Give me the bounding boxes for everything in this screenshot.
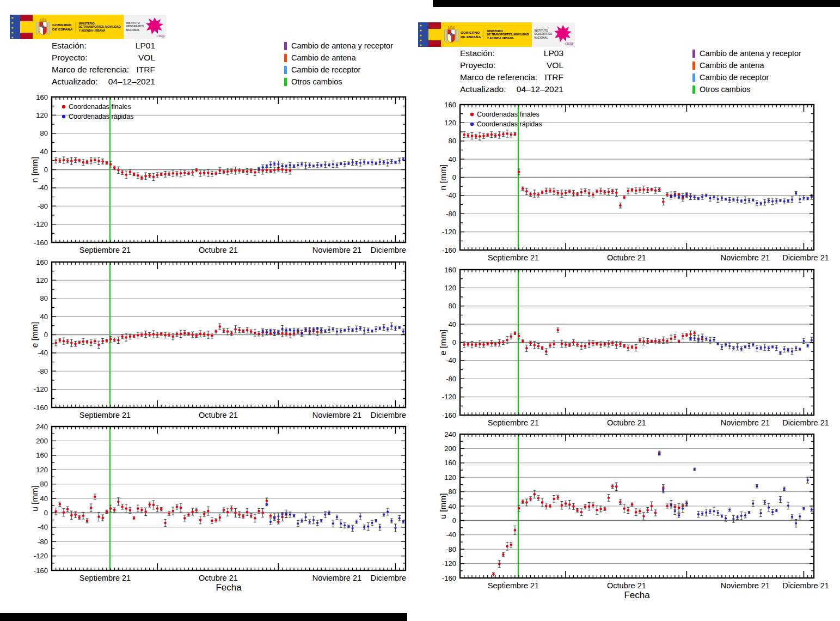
gobierno-espana-logo: ★★★★★ GOBIERNO DE ESPAÑA MINISTERIO DE xyxy=(10,15,167,39)
screenshot-canvas: ★★★★★ GOBIERNO DE ESPAÑA MINISTERIO DE xyxy=(0,0,840,621)
other-changes-color-bar xyxy=(692,86,695,94)
station-value: ITRF xyxy=(137,64,155,76)
station-info-lp03: Estación:LP03 Proyecto:VOL Marco de refe… xyxy=(460,47,563,95)
ign-text: INSTITUTO GEOGRÁFICO NACIONAL xyxy=(126,22,144,32)
station-value: LP03 xyxy=(544,47,563,59)
station-row: Proyecto:VOL xyxy=(460,59,563,71)
x-axis-title-lp01: Fecha xyxy=(52,582,406,593)
ministry-yellow-box: GOBIERNO DE ESPAÑA MINISTERIO DE TRANSPO… xyxy=(441,22,532,47)
legend-item: Cambio de receptor xyxy=(284,64,393,76)
legend-item: Cambio de antena xyxy=(284,52,393,64)
station-value: 04–12–2021 xyxy=(108,76,155,88)
svg-text:★: ★ xyxy=(11,16,14,20)
antenna-change-color-bar xyxy=(284,54,287,62)
station-value: LP01 xyxy=(136,40,155,52)
x-axis-title-lp03: Fecha xyxy=(460,590,814,601)
svg-text:★: ★ xyxy=(419,44,422,47)
antenna-receiver-change-color-bar xyxy=(692,50,695,58)
legend-item: Otros cambios xyxy=(284,76,393,88)
coat-of-arms-icon xyxy=(36,16,50,38)
antenna-receiver-change-color-bar xyxy=(284,42,287,50)
receiver-change-color-bar xyxy=(284,66,287,74)
ign-splash-icon: cnig xyxy=(145,16,164,39)
gobierno-text: GOBIERNO DE ESPAÑA xyxy=(461,31,481,39)
event-legend-lp03: Cambio de antena y receptor Cambio de an… xyxy=(692,47,801,95)
station-row: Estación:LP03 xyxy=(460,47,563,59)
legend-item: Cambio de antena xyxy=(692,59,801,71)
ministerio-text: MINISTERIO DE TRANSPORTES, MOVILIDAD Y A… xyxy=(483,29,529,40)
legend-item: Cambio de antena y receptor xyxy=(692,47,801,59)
eu-spain-flag-icon: ★★★★★ xyxy=(10,15,33,39)
receiver-change-color-bar xyxy=(692,74,695,82)
eu-spain-flag-icon: ★★★★★ xyxy=(418,22,441,47)
ign-splash-icon: cnig xyxy=(553,23,573,46)
svg-text:★: ★ xyxy=(419,39,422,42)
svg-text:★: ★ xyxy=(419,34,422,37)
ministry-yellow-box: GOBIERNO DE ESPAÑA MINISTERIO DE TRANSPO… xyxy=(33,15,124,39)
panel-lp03-page xyxy=(407,7,840,621)
station-row: Estación:LP01 xyxy=(52,40,155,52)
station-info-lp01: Estación:LP01 Proyecto:VOL Marco de refe… xyxy=(52,40,155,88)
svg-text:★: ★ xyxy=(11,26,14,29)
station-row: Marco de referencia:ITRF xyxy=(52,64,155,76)
svg-text:★: ★ xyxy=(419,29,422,32)
svg-text:★: ★ xyxy=(11,31,14,34)
station-row: Marco de referencia:ITRF xyxy=(460,71,563,83)
other-changes-color-bar xyxy=(284,78,287,86)
ign-logo-box: INSTITUTO GEOGRÁFICO NACIONAL cnig xyxy=(124,15,167,39)
panel-lp01-page xyxy=(0,0,433,613)
station-row: Proyecto:VOL xyxy=(52,52,155,64)
station-value: ITRF xyxy=(545,71,563,83)
station-value: VOL xyxy=(547,59,563,71)
gobierno-text: GOBIERNO DE ESPAÑA xyxy=(52,23,72,31)
ign-text: INSTITUTO GEOGRÁFICO NACIONAL xyxy=(534,29,552,40)
legend-item: Cambio de antena y receptor xyxy=(284,40,393,52)
legend-item: Cambio de receptor xyxy=(692,71,801,83)
coat-of-arms-icon xyxy=(444,24,458,46)
svg-text:★: ★ xyxy=(11,21,14,25)
station-value: 04–12–2021 xyxy=(517,83,563,95)
svg-text:cnig: cnig xyxy=(565,41,573,46)
event-legend-lp01: Cambio de antena y receptor Cambio de an… xyxy=(284,40,393,88)
svg-text:★: ★ xyxy=(419,24,422,27)
svg-text:★: ★ xyxy=(11,36,14,39)
station-row: Actualizado:04–12–2021 xyxy=(52,76,155,88)
station-row: Actualizado:04–12–2021 xyxy=(460,83,563,95)
station-value: VOL xyxy=(138,52,155,64)
svg-text:cnig: cnig xyxy=(156,34,164,38)
gobierno-espana-logo: ★★★★★ GOBIERNO DE ESPAÑA MINISTERIO DE xyxy=(418,22,575,47)
antenna-change-color-bar xyxy=(692,62,695,70)
legend-item: Otros cambios xyxy=(692,83,801,95)
ministerio-text: MINISTERIO DE TRANSPORTES, MOVILIDAD Y A… xyxy=(75,22,120,33)
ign-logo-box: INSTITUTO GEOGRÁFICO NACIONAL cnig xyxy=(532,22,575,47)
